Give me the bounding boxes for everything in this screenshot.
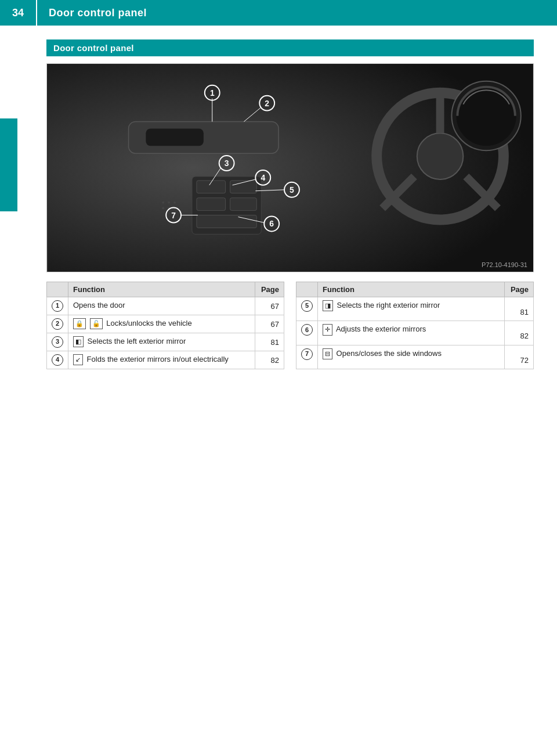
row-page: 67: [255, 315, 284, 333]
header-title: Door control panel: [37, 7, 147, 19]
svg-text:3: 3: [225, 159, 229, 168]
row-function: ◨ Selects the right exterior mirror: [318, 297, 505, 321]
left-function-table: Function Page 1 Opens the door 67 2: [46, 282, 284, 369]
car-diagram-svg: 1 2 3 4 5: [47, 64, 533, 272]
left-table-page-header: Page: [255, 282, 284, 297]
svg-text:5: 5: [290, 185, 294, 195]
left-table-empty-header: [47, 282, 68, 297]
table-row: 4 ↙ Folds the exterior mirrors in/out el…: [47, 351, 284, 369]
table-row: 2 🔒 🔓 Locks/unlocks the vehicle 67: [47, 315, 284, 333]
row-function: ↙ Folds the exterior mirrors in/out elec…: [68, 351, 255, 369]
car-image-container: 1 2 3 4 5: [46, 63, 534, 272]
row-function: ◧ Selects the left exterior mirror: [68, 333, 255, 351]
fold-mirror-icon: ↙: [73, 354, 83, 365]
right-table-empty-header: [296, 282, 318, 297]
svg-text:7: 7: [171, 211, 176, 220]
svg-rect-2: [146, 128, 203, 146]
svg-text:2: 2: [265, 99, 269, 108]
svg-point-9: [162, 201, 164, 204]
left-sidebar: At a glance: [0, 26, 35, 756]
sidebar-label: At a glance: [0, 211, 17, 304]
sidebar-tab: At a glance: [0, 118, 17, 211]
svg-point-10: [168, 201, 170, 204]
right-table-page-header: Page: [505, 282, 534, 297]
image-credit: P72.10-4190-31: [482, 261, 527, 268]
row-page: 82: [255, 351, 284, 369]
left-mirror-icon: ◧: [73, 336, 84, 347]
svg-point-16: [417, 133, 464, 179]
main-layout: At a glance Door control panel: [0, 26, 557, 756]
row-number: 2: [47, 315, 68, 333]
svg-text:4: 4: [261, 173, 265, 182]
car-image: 1 2 3 4 5: [47, 64, 533, 272]
lock-icon: 🔒: [73, 318, 86, 329]
row-page: 81: [255, 333, 284, 351]
right-table-function-header: Function: [318, 282, 505, 297]
row-page: 72: [505, 345, 534, 369]
row-number: 1: [47, 297, 68, 315]
table-row: 3 ◧ Selects the left exterior mirror 81: [47, 333, 284, 351]
svg-rect-7: [230, 198, 257, 211]
section-header: Door control panel: [46, 39, 534, 56]
svg-rect-8: [197, 215, 256, 228]
table-row: 1 Opens the door 67: [47, 297, 284, 315]
right-function-table: Function Page 5 ◨ Selects the right exte…: [296, 282, 534, 369]
content-area: Door control panel: [35, 26, 557, 756]
row-number: 7: [296, 345, 318, 369]
row-page: 81: [505, 297, 534, 321]
left-table-function-header: Function: [68, 282, 255, 297]
row-number: 6: [296, 321, 318, 345]
row-function: 🔒 🔓 Locks/unlocks the vehicle: [68, 315, 255, 333]
page-number: 34: [0, 0, 37, 26]
row-number: 4: [47, 351, 68, 369]
svg-point-11: [173, 201, 176, 204]
row-number: 5: [296, 297, 318, 321]
unlock-icon: 🔓: [90, 318, 103, 329]
right-mirror-icon: ◨: [323, 300, 333, 311]
row-number: 3: [47, 333, 68, 351]
svg-text:6: 6: [269, 219, 274, 228]
row-page: 67: [255, 297, 284, 315]
row-function: Opens the door: [68, 297, 255, 315]
row-function: ✛ Adjusts the exterior mirrors: [318, 321, 505, 345]
window-icon: ⊟: [323, 348, 332, 359]
row-page: 82: [505, 321, 534, 345]
table-row: 7 ⊟ Opens/closes the side windows 72: [296, 345, 534, 369]
table-row: 6 ✛ Adjusts the exterior mirrors 82: [296, 321, 534, 345]
top-header: 34 Door control panel: [0, 0, 557, 26]
tables-container: Function Page 1 Opens the door 67 2: [46, 282, 534, 369]
row-function: ⊟ Opens/closes the side windows: [318, 345, 505, 369]
svg-rect-6: [197, 198, 226, 211]
table-row: 5 ◨ Selects the right exterior mirror 81: [296, 297, 534, 321]
svg-point-12: [162, 207, 164, 210]
adjust-mirror-icon: ✛: [323, 324, 332, 335]
svg-text:1: 1: [210, 88, 215, 98]
